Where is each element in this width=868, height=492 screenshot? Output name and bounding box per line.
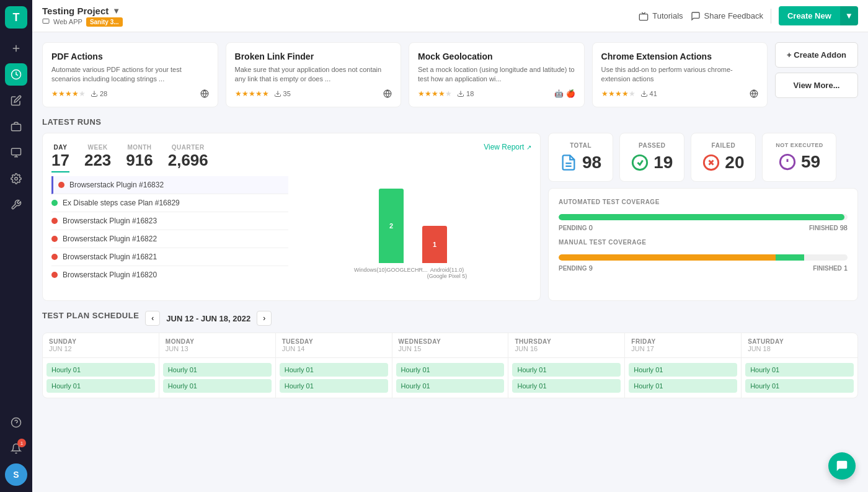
period-week[interactable]: WEEK 223 <box>84 144 111 170</box>
event-saturday-1[interactable]: Hourly 01 <box>745 379 854 393</box>
run-dot-3 <box>51 236 58 242</box>
schedule-prev-button[interactable]: ‹ <box>145 311 160 326</box>
sanity-badge: Sanity 3... <box>86 17 123 27</box>
period-month[interactable]: MONTH 916 <box>126 144 153 170</box>
run-item-3[interactable]: Browserstack Plugin #16822 <box>51 230 288 248</box>
project-sub-label: Web APP <box>53 18 82 25</box>
period-tabs-row: DAY 17 WEEK 223 MONTH 916 QUARTER 2,6 <box>51 142 531 172</box>
event-thursday-1[interactable]: Hourly 01 <box>512 379 621 393</box>
day-events-tuesday: Hourly 01 Hourly 01 <box>276 358 392 398</box>
event-wednesday-0[interactable]: Hourly 01 <box>396 363 505 377</box>
tutorials-button[interactable]: Tutorials <box>639 11 683 21</box>
svg-rect-10 <box>43 19 49 24</box>
create-new-dropdown-button[interactable]: ▼ <box>840 6 858 25</box>
addon-chrome-stars: ★★★★★ <box>601 89 636 98</box>
addon-geo-stars: ★★★★★ <box>418 89 452 98</box>
coverage-card: AUTOMATED TEST COVERAGE PENDING 0 FINISH… <box>548 188 858 301</box>
event-friday-0[interactable]: Hourly 01 <box>629 363 737 377</box>
period-quarter[interactable]: QUARTER 2,696 <box>168 144 208 170</box>
run-item-2[interactable]: Browserstack Plugin #16823 <box>51 212 288 230</box>
event-saturday-0[interactable]: Hourly 01 <box>745 363 854 377</box>
bar-label-0: Windows(10)GOOGLECHR... <box>354 267 404 279</box>
event-wednesday-1[interactable]: Hourly 01 <box>396 379 505 393</box>
sidebar-item-monitor[interactable] <box>5 141 27 164</box>
manual-coverage-labels: PENDING 9 FINISHED 1 <box>559 264 848 272</box>
event-thursday-0[interactable]: Hourly 01 <box>512 363 621 377</box>
sidebar-item-help[interactable] <box>5 411 27 434</box>
auto-finished-label: FINISHED 98 <box>809 224 848 231</box>
svg-point-24 <box>632 155 647 169</box>
day-col-thursday: THURSDAY JUN 16 Hourly 01 Hourly 01 <box>508 333 625 398</box>
stat-not-executed-label: NOT EXECUTED <box>776 142 823 148</box>
project-subtitle: Web APP Sanity 3... <box>42 17 123 27</box>
notification-badge: 1 <box>17 439 26 447</box>
content-area: PDF Actions Automate various PDF actions… <box>32 32 868 492</box>
auto-coverage-bar-fill <box>559 214 844 220</box>
svg-rect-4 <box>12 148 21 155</box>
bar-0: 2 <box>379 189 404 263</box>
share-icon <box>691 11 701 21</box>
addon-bl-title: Broken Link Finder <box>235 51 392 61</box>
event-friday-1[interactable]: Hourly 01 <box>629 379 737 393</box>
run-item-1[interactable]: Ex Disable steps case Plan #16829 <box>51 194 288 212</box>
sidebar-item-settings[interactable] <box>5 168 27 190</box>
addon-cards-row: PDF Actions Automate various PDF actions… <box>42 42 858 107</box>
main-panel: Testing Project ▼ Web APP Sanity 3... Tu… <box>32 0 868 492</box>
run-name-4: Browserstack Plugin #16821 <box>63 253 288 261</box>
day-header-thursday: THURSDAY JUN 16 <box>508 333 624 358</box>
user-avatar[interactable]: S <box>5 463 27 486</box>
day-col-wednesday: WEDNESDAY JUN 15 Hourly 01 Hourly 01 <box>392 333 509 398</box>
sidebar-item-dashboard[interactable] <box>5 63 27 86</box>
chart-labels: Windows(10)GOOGLECHR... Android(11.0) (G… <box>354 267 472 279</box>
view-more-button[interactable]: View More... <box>775 73 858 98</box>
manual-bar-orange <box>559 254 776 261</box>
sidebar-item-tools[interactable] <box>5 194 27 216</box>
event-monday-0[interactable]: Hourly 01 <box>163 363 272 377</box>
chat-fab-button[interactable] <box>828 452 856 480</box>
view-report-link[interactable]: View Report ↗ <box>484 142 531 151</box>
manual-coverage-title: MANUAL TEST COVERAGE <box>559 239 848 246</box>
schedule-header: TEST PLAN SCHEDULE ‹ JUN 12 - JUN 18, 20… <box>42 311 858 326</box>
sidebar-item-notifications[interactable]: 1 <box>5 437 27 460</box>
day-date-friday: JUN 17 <box>631 345 735 352</box>
sidebar-item-briefcase[interactable] <box>5 115 27 138</box>
sidebar-item-edit[interactable] <box>5 89 27 112</box>
day-col-saturday: SATURDAY JUN 18 Hourly 01 Hourly 01 <box>742 333 857 398</box>
event-sunday-0[interactable]: Hourly 01 <box>46 363 155 377</box>
runs-left-panel: DAY 17 WEEK 223 MONTH 916 QUARTER 2,6 <box>42 133 541 301</box>
day-events-wednesday: Hourly 01 Hourly 01 <box>392 358 508 398</box>
run-item-4[interactable]: Browserstack Plugin #16821 <box>51 248 288 266</box>
addon-card-chrome: Chrome Extension Actions Use this add-on… <box>592 42 768 107</box>
day-date-saturday: JUN 18 <box>748 345 851 352</box>
sidebar-logo: T <box>5 6 27 29</box>
share-feedback-button[interactable]: Share Feedback <box>691 11 763 21</box>
project-dropdown-icon[interactable]: ▼ <box>112 6 120 16</box>
create-new-button[interactable]: Create New <box>779 6 840 25</box>
event-tuesday-0[interactable]: Hourly 01 <box>280 363 388 377</box>
addon-geo-title: Mock Geolocation <box>418 51 575 61</box>
period-month-label: MONTH <box>127 144 151 151</box>
addon-card-broken-link: Broken Link Finder Make sure that your a… <box>226 42 402 107</box>
addon-pdf-desc: Automate various PDF actions for your te… <box>51 65 209 84</box>
event-tuesday-1[interactable]: Hourly 01 <box>280 379 388 393</box>
period-day-value: 17 <box>51 151 69 170</box>
period-day[interactable]: DAY 17 <box>51 144 69 172</box>
day-date-tuesday: JUN 14 <box>282 345 386 352</box>
auto-coverage-row: PENDING 0 FINISHED 98 <box>559 214 848 231</box>
chart-area: 2 1 Windows(10)GOOGLECHR... Andr <box>294 176 531 292</box>
auto-coverage-bar-bg <box>559 214 848 220</box>
run-list: Browserstack Plugin #16832 Ex Disable st… <box>51 176 288 292</box>
event-monday-1[interactable]: Hourly 01 <box>163 379 272 393</box>
manual-finished-label: FINISHED 1 <box>813 264 848 272</box>
addon-geo-downloads: 18 <box>457 90 474 97</box>
event-sunday-1[interactable]: Hourly 01 <box>46 379 155 393</box>
day-events-sunday: Hourly 01 Hourly 01 <box>43 358 159 398</box>
create-addon-button[interactable]: + Create Addon <box>775 42 858 68</box>
addon-chrome-desc: Use this add-on to perform various chrom… <box>601 65 759 84</box>
run-item-5[interactable]: Browserstack Plugin #16820 <box>51 266 288 284</box>
stat-total: TOTAL 98 <box>548 133 613 182</box>
sidebar-item-add[interactable] <box>5 37 27 60</box>
schedule-next-button[interactable]: › <box>257 311 272 326</box>
run-item-0[interactable]: Browserstack Plugin #16832 <box>51 176 288 194</box>
latest-runs-title: LATEST RUNS <box>42 117 858 127</box>
